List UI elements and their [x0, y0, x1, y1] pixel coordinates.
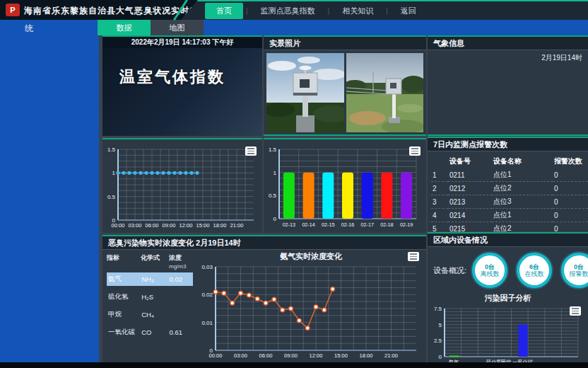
weather-timestamp: 2月19日14时: [428, 50, 588, 66]
table-row: 40214点位10: [431, 209, 588, 222]
tab-data[interactable]: 数据: [98, 20, 151, 35]
svg-text:12:00: 12:00: [310, 352, 323, 359]
panel-greenhouse-index: 2022年2月19日 14:17:03 下午好 温室气体指数: [102, 35, 262, 136]
weekly-index-chart: 00.511.502-1302-1402-1502-1602-1702-1802…: [265, 144, 423, 230]
odor-panel-title: 恶臭污染物实时浓度变化 2月19日14时: [102, 236, 426, 250]
chart-menu-icon[interactable]: [570, 306, 581, 316]
svg-text:00:00: 00:00: [112, 222, 125, 229]
panel-region-devices: 区域内设备情况 设备概况: 0台 离线数 6台 在线数 0台 报警数: [428, 232, 588, 362]
svg-text:0: 0: [439, 354, 442, 360]
svg-text:1.5: 1.5: [107, 146, 116, 153]
svg-text:7.5: 7.5: [434, 306, 442, 312]
svg-text:02-19: 02-19: [400, 222, 413, 228]
nav-item-home[interactable]: 首页: [205, 3, 243, 19]
app-title-wrapped: 统: [25, 23, 33, 35]
svg-text:2.5: 2.5: [434, 338, 442, 344]
table-row: 30213点位30: [431, 195, 588, 209]
nav-item-odor-index[interactable]: 监测点恶臭指数: [251, 4, 325, 18]
svg-text:21:00: 21:00: [230, 222, 244, 229]
odor-col-indicator: 指标: [107, 253, 141, 270]
odor-row[interactable]: 氨气NH₃0.02: [107, 272, 193, 286]
odor-col-formula: 化学式: [141, 253, 169, 270]
odor-table-rows: 氨气NH₃0.02硫化氢H₂S甲烷CH₄一氧化碳CO0.61: [107, 272, 193, 339]
photos-panel-title: 实景照片: [264, 37, 426, 50]
svg-text:06:00: 06:00: [146, 222, 159, 229]
svg-text:0.5: 0.5: [269, 192, 277, 199]
svg-text:02-14: 02-14: [302, 222, 314, 228]
site-photo-1[interactable]: [266, 53, 344, 132]
panel-photos: 实景照片: [264, 35, 426, 136]
chart-menu-icon[interactable]: [409, 146, 421, 156]
svg-text:15:00: 15:00: [334, 352, 348, 359]
sub-bar: 统 数据 地图: [0, 20, 588, 35]
alarm-panel-title: 7日内监测点报警次数: [428, 138, 588, 151]
tab-map[interactable]: 地图: [151, 20, 204, 35]
alarm-count-badge: 0台 报警数: [561, 253, 588, 288]
svg-text:18:00: 18:00: [213, 222, 227, 229]
device-overview-label: 设备概况:: [433, 265, 466, 276]
chart-menu-icon[interactable]: [245, 146, 257, 156]
bottom-bar: [0, 362, 588, 368]
main-content: 2022年2月19日 14:17:03 下午好 温室气体指数 实景照片: [99, 35, 588, 362]
odor-table-header: 指标 化学式 浓度 mg/m3: [107, 253, 193, 270]
ammonia-chart-area: 氨气实时浓度变化 00.010.020.0300:0003:0006:0009:…: [196, 250, 426, 362]
nav-separator: |: [246, 7, 248, 15]
svg-text:1: 1: [112, 170, 116, 176]
nav-item-knowledge[interactable]: 相关知识: [332, 4, 383, 18]
devices-panel-title: 区域内设备情况: [428, 234, 588, 247]
online-count-badge: 6台 在线数: [517, 253, 552, 288]
col-alarm-count: 报警次数: [553, 154, 588, 168]
left-sidebar: [0, 35, 99, 362]
svg-text:5: 5: [439, 322, 442, 328]
site-photo-1-image: [266, 53, 344, 132]
device-overview-row: 设备概况: 0台 离线数 6台 在线数 0台 报警数: [428, 247, 588, 289]
site-photo-2-image: [346, 53, 424, 132]
offline-count-badge: 0台 离线数: [472, 253, 507, 288]
svg-text:02-15: 02-15: [322, 222, 334, 228]
svg-text:1.5: 1.5: [269, 146, 277, 153]
nav-separator: |: [328, 7, 330, 15]
pollution-analysis-title: 污染因子分析: [428, 293, 588, 304]
panel-weather: 气象信息 2月19日14时: [428, 35, 588, 136]
app-logo-icon: P: [6, 4, 20, 16]
view-tabs: 数据 地图: [98, 20, 204, 35]
odor-row[interactable]: 甲烷CH₄: [107, 308, 193, 321]
greenhouse-title: 温室气体指数: [102, 48, 262, 88]
col-device-name: 设备名称: [492, 154, 553, 168]
device-stat-circles: 0台 离线数 6台 在线数 0台 报警数: [472, 253, 588, 288]
col-device-id: 设备号: [448, 154, 492, 168]
photo-strip: [264, 50, 426, 135]
svg-text:03:00: 03:00: [234, 352, 247, 359]
svg-text:21:00: 21:00: [384, 352, 398, 359]
odor-row[interactable]: 一氧化碳CO0.61: [107, 326, 193, 339]
svg-text:09:00: 09:00: [163, 222, 176, 229]
odor-row[interactable]: 硫化氢H₂S: [107, 290, 193, 304]
svg-text:12:00: 12:00: [180, 222, 193, 229]
table-row: 20212点位20: [431, 182, 588, 195]
ammonia-chart-title: 氨气实时浓度变化: [280, 251, 342, 262]
odor-table: 指标 化学式 浓度 mg/m3 氨气NH₃0.02硫化氢H₂S甲烷CH₄一氧化碳…: [102, 250, 196, 362]
svg-text:06:00: 06:00: [259, 352, 273, 359]
panel-odor-concentration: 恶臭污染物实时浓度变化 2月19日14时 指标 化学式 浓度 mg/m3 氨气N…: [102, 235, 426, 362]
svg-text:1: 1: [274, 170, 277, 176]
svg-text:15:00: 15:00: [196, 222, 210, 229]
table-row: 10211点位10: [431, 168, 588, 182]
main-nav: 首页 | 监测点恶臭指数 | 相关知识 | 返回: [181, 0, 588, 20]
svg-text:0.01: 0.01: [201, 320, 213, 326]
nav-item-back[interactable]: 返回: [391, 4, 426, 18]
svg-text:18:00: 18:00: [360, 352, 373, 359]
ammonia-realtime-chart: 00.010.020.0300:0003:0006:0009:0012:0015…: [196, 263, 423, 360]
svg-text:09:00: 09:00: [284, 352, 298, 359]
svg-text:02-13: 02-13: [283, 222, 295, 228]
chart-menu-icon[interactable]: [408, 252, 419, 261]
site-photo-2[interactable]: [346, 53, 424, 132]
greenhouse-banner: 温室气体指数: [102, 48, 262, 136]
alarm-table-header: 设备号 设备名称 报警次数: [431, 154, 588, 168]
panel-weekly-bar-chart: 00.511.502-1302-1402-1502-1602-1702-1802…: [264, 138, 426, 233]
svg-text:0.02: 0.02: [201, 292, 213, 298]
weather-panel-title: 气象信息: [428, 37, 588, 50]
svg-text:00:00: 00:00: [209, 352, 223, 359]
svg-text:02-17: 02-17: [361, 222, 374, 228]
odor-col-concentration: 浓度 mg/m3: [169, 253, 193, 270]
top-bar: P 海南省乐东黎族自治县大气恶臭状况实时发布系 首页 | 监测点恶臭指数 | 相…: [0, 0, 588, 20]
